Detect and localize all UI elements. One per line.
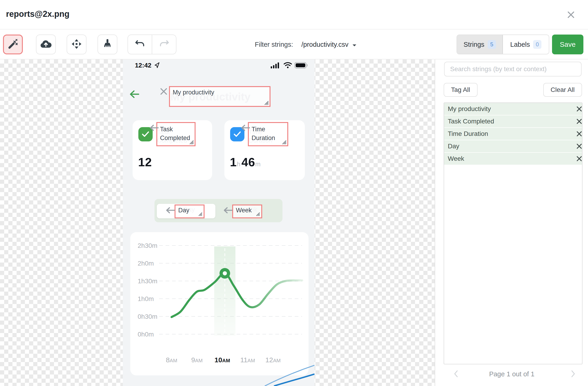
string-text: Week <box>444 155 464 162</box>
annotation-box-day[interactable]: Day <box>175 205 205 218</box>
document-title: reports@2x.png <box>6 9 69 19</box>
close-icon[interactable] <box>566 10 576 20</box>
strings-sidebar: Tag All Clear All My productivity Task C… <box>435 59 588 386</box>
strings-list: My productivity Task Completed Time Dura… <box>444 102 583 364</box>
tab-labels-label: Labels <box>510 41 530 48</box>
string-row[interactable]: Week <box>444 153 582 165</box>
wifi-icon <box>283 62 292 69</box>
pagination-text: Page 1 out of 1 <box>489 370 534 378</box>
upload-tool-button[interactable] <box>36 35 56 54</box>
resize-handle[interactable] <box>255 212 261 217</box>
annotation-delete-icon[interactable] <box>159 87 168 97</box>
svg-text:10AM: 10AM <box>214 356 230 364</box>
svg-text:2h0m: 2h0m <box>138 260 154 267</box>
tab-strings-label: Strings <box>463 41 484 48</box>
next-page-icon[interactable] <box>571 370 576 379</box>
tag-all-button[interactable]: Tag All <box>444 83 478 97</box>
filter-file-dropdown[interactable]: /productivity.csv <box>301 41 357 48</box>
back-arrow-icon <box>129 90 140 99</box>
svg-text:2h30m: 2h30m <box>138 242 157 249</box>
redo-button[interactable] <box>152 35 176 54</box>
annotation-box-my-productivity[interactable]: My productivity <box>169 86 271 107</box>
clear-all-button[interactable]: Clear All <box>543 83 582 97</box>
window-title-bar: reports@2x.png <box>0 0 588 29</box>
resize-handle[interactable] <box>282 140 287 145</box>
annotation-box-week[interactable]: Week <box>232 205 262 218</box>
annotation-anchor-arrow-icon[interactable] <box>166 207 175 215</box>
signal-strength-icon <box>271 62 280 70</box>
string-text: Time Duration <box>444 130 488 137</box>
svg-text:9AM: 9AM <box>191 356 203 364</box>
annotation-text[interactable]: Week <box>236 207 252 214</box>
next-screen-decoration <box>252 359 315 386</box>
brush-tool-button[interactable] <box>98 35 117 54</box>
svg-text:0h30m: 0h30m <box>138 313 157 320</box>
strings-count-badge: 5 <box>488 40 496 49</box>
status-time: 12:42 <box>135 62 151 69</box>
string-text: My productivity <box>444 105 491 113</box>
resize-handle[interactable] <box>264 100 269 105</box>
svg-text:0h0m: 0h0m <box>138 331 154 338</box>
svg-text:1h0m: 1h0m <box>138 295 154 302</box>
string-text: Task Completed <box>444 118 494 125</box>
string-text: Day <box>444 143 459 150</box>
annotation-anchor-arrow-icon[interactable] <box>241 124 250 132</box>
labels-count-badge: 0 <box>533 40 541 49</box>
string-row[interactable]: My productivity <box>444 103 582 115</box>
annotation-anchor-arrow-icon[interactable] <box>150 124 159 132</box>
screenshot-preview: 12:42 My productivity My productiv <box>123 59 315 386</box>
undo-icon <box>135 39 145 50</box>
remove-string-icon[interactable] <box>572 143 579 150</box>
svg-text:1h30m: 1h30m <box>138 277 157 285</box>
annotation-text[interactable]: Day <box>178 207 189 214</box>
chevron-down-icon <box>352 41 357 48</box>
remove-string-icon[interactable] <box>572 130 579 137</box>
annotation-anchor-arrow-icon[interactable] <box>223 207 233 215</box>
strings-labels-tabs: Strings 5 Labels 0 <box>457 35 549 54</box>
tab-labels[interactable]: Labels 0 <box>503 35 549 54</box>
search-input[interactable] <box>444 62 582 77</box>
redo-icon <box>159 39 169 50</box>
undo-redo-group <box>127 35 176 54</box>
productivity-line-chart: 2h30m2h0m1h30m1h0m0h30m0h0m8AM9AM10AM11A… <box>130 232 309 375</box>
toolbar: Filter strings: /productivity.csv String… <box>0 29 588 59</box>
undo-button[interactable] <box>128 35 152 54</box>
duration-hours: 1 <box>230 155 237 169</box>
resize-handle[interactable] <box>198 212 203 217</box>
duration-minutes: 46 <box>241 155 255 169</box>
cloud-upload-icon <box>40 39 52 50</box>
annotation-text[interactable]: My productivity <box>173 89 214 96</box>
string-row[interactable]: Day <box>444 140 582 152</box>
filter-file-value: /productivity.csv <box>301 41 348 48</box>
filter-strings-label: Filter strings: <box>255 41 293 48</box>
battery-icon <box>294 62 308 70</box>
string-row[interactable]: Time Duration <box>444 128 582 140</box>
save-button[interactable]: Save <box>552 35 583 54</box>
move-icon <box>71 39 82 50</box>
tab-strings[interactable]: Strings 5 <box>457 35 503 54</box>
string-row[interactable]: Task Completed <box>444 116 582 127</box>
duration-hours-unit: h <box>237 160 240 168</box>
svg-text:8AM: 8AM <box>166 356 177 364</box>
remove-string-icon[interactable] <box>572 155 579 162</box>
previous-page-icon[interactable] <box>454 370 458 379</box>
location-arrow-icon <box>154 62 160 69</box>
time-duration-value: 1h 46m <box>230 155 261 169</box>
duration-minutes-unit: m <box>255 160 261 168</box>
remove-string-icon[interactable] <box>572 105 579 113</box>
remove-string-icon[interactable] <box>572 118 579 125</box>
resize-handle[interactable] <box>189 140 194 145</box>
magic-wand-icon <box>8 39 18 50</box>
magic-wand-tool-button[interactable] <box>3 35 23 54</box>
move-tool-button[interactable] <box>67 35 86 54</box>
annotation-box-time-duration[interactable]: Time Duration <box>248 122 288 146</box>
brush-icon <box>103 39 112 50</box>
pagination: Page 1 out of 1 <box>435 367 588 381</box>
task-completed-value: 12 <box>138 155 152 169</box>
annotation-box-task-completed[interactable]: Task Completed <box>156 122 195 146</box>
productivity-chart-card: 2h30m2h0m1h30m1h0m0h30m0h0m8AM9AM10AM11A… <box>130 232 309 375</box>
